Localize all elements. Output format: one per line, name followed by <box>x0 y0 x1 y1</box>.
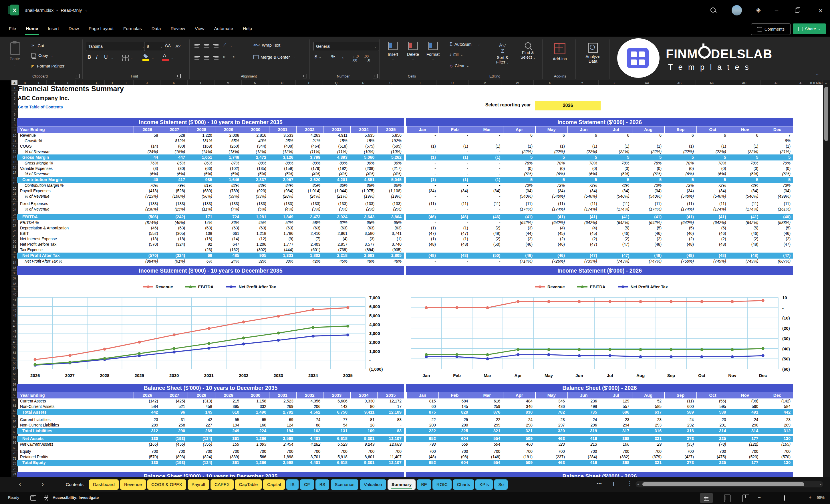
table-header-row: Year Ending20262027202820292030203120322… <box>17 392 404 399</box>
zoom-slider-handle[interactable] <box>784 496 785 501</box>
table-cell: 206 <box>296 404 323 409</box>
sheet-tab-contents[interactable]: Contents <box>62 479 88 490</box>
sheet-tab-bs[interactable]: BS <box>316 479 329 490</box>
zoom-slider[interactable] <box>765 498 806 498</box>
table-cell: - <box>471 183 503 188</box>
sheet-tab-summary[interactable]: Summary <box>387 479 416 490</box>
table-cell: (174%) <box>503 207 535 212</box>
table-cell: (4%) <box>323 171 350 177</box>
table-cell: 700 <box>439 449 471 454</box>
table-cell: 72% <box>632 183 664 188</box>
sheet-tab-charts[interactable]: Charts <box>453 479 474 490</box>
vertical-scrollbar[interactable]: ▲ <box>823 81 830 477</box>
tab-next-icon[interactable]: › <box>42 480 44 488</box>
table-cell: (162) <box>215 247 242 253</box>
tab-options-icon[interactable]: ⋮ <box>627 480 633 487</box>
table-cell: (46) <box>729 231 761 236</box>
table-cell: 73% <box>761 183 793 188</box>
sheet-tab-scenarios[interactable]: Scenarios <box>331 479 358 490</box>
table-cell: (161%) <box>761 207 793 212</box>
page-layout-view-button[interactable] <box>724 495 731 502</box>
sheet-tab-is[interactable]: IS <box>286 479 298 490</box>
table-cell: (34) <box>535 188 568 194</box>
svg-text:-: - <box>369 358 371 363</box>
sheet-tab-capital[interactable]: Capital <box>263 479 285 490</box>
table-cell: 78% <box>568 160 600 166</box>
table-cell: 585 <box>632 404 664 409</box>
table-row: % of Revenue(6%)(6%)(5%)(5%)(5%)(5%)(4%)… <box>17 171 404 177</box>
sheet-tab-payroll[interactable]: Payroll <box>188 479 209 490</box>
table-cell: - <box>503 247 535 253</box>
table-cell: 298 <box>503 422 535 428</box>
table-cell: 24 <box>503 417 535 422</box>
table-cell: 875 <box>406 409 439 415</box>
sheet-tab-cogs-opex[interactable]: COGS & OPEX <box>147 479 186 490</box>
toc-link[interactable]: Go to Table of Contents <box>18 105 132 111</box>
row-label: Current Assets <box>17 399 134 404</box>
table-cell: 2,967 <box>269 177 296 183</box>
accessibility-icon[interactable] <box>43 495 49 501</box>
scroll-up-icon[interactable]: ▲ <box>825 82 827 85</box>
sheet-tab-captable[interactable]: CapTable <box>235 479 262 490</box>
sheet-tab-valuation[interactable]: Valuation <box>360 479 386 490</box>
table-cell: (595) <box>377 144 404 149</box>
sheet-tab-so[interactable]: So <box>494 479 508 490</box>
row-label: Revenue <box>17 133 134 138</box>
table-cell: (63) <box>161 225 188 231</box>
table-cell: 24% <box>215 259 242 264</box>
sheet-tab-be[interactable]: BE <box>417 479 431 490</box>
zoom-in-icon[interactable]: + <box>809 495 811 500</box>
table-cell: 5 <box>632 154 664 160</box>
zoom-level[interactable]: 95% <box>817 496 825 500</box>
year-cell[interactable]: 2026 <box>535 101 601 111</box>
table-cell: (66) <box>188 166 215 171</box>
table-cell: (739) <box>323 247 350 253</box>
table-cell: (518) <box>323 144 350 149</box>
table-cell: (1) <box>696 144 729 149</box>
sheet-tab-roic[interactable]: ROIC <box>433 479 452 490</box>
table-cell: (714%) <box>503 259 535 264</box>
sheet-tab-dashboard[interactable]: Dashboard <box>89 479 119 490</box>
page-break-view-button[interactable] <box>742 495 749 502</box>
table-cell: 83 <box>377 428 404 434</box>
accessibility-status[interactable]: Accessibility: Investigate <box>53 496 99 500</box>
table-cell: (78) <box>696 442 729 447</box>
more-tabs-icon[interactable]: ••• <box>597 481 602 486</box>
table-cell: (191) <box>503 454 535 460</box>
table-cell: 89% <box>296 160 323 166</box>
tab-prev-icon[interactable]: ‹ <box>19 480 21 488</box>
sheet-tab-kpis[interactable]: KPIs <box>475 479 493 490</box>
zoom-out-icon[interactable]: − <box>758 495 761 501</box>
table-cell: 317 <box>600 428 632 434</box>
horizontal-scroll-thumb[interactable] <box>642 482 804 486</box>
table-row: (48)(96)(146)(191)(237)(284)(332)(379)(4… <box>406 454 793 460</box>
table-cell: 700 <box>161 449 188 454</box>
sheet-tab-cf[interactable]: CF <box>300 479 314 490</box>
table-cell: (22%) <box>568 149 600 154</box>
macro-icon[interactable] <box>30 496 36 501</box>
table-cell: 319 <box>568 428 600 434</box>
row-label: Net Assets <box>17 436 134 442</box>
sheet-tab-capex[interactable]: CAPEX <box>211 479 234 490</box>
table-cell: 346 <box>535 399 568 404</box>
table-cell: 290 <box>161 428 188 434</box>
sheet-tab-revenue[interactable]: Revenue <box>120 479 146 490</box>
normal-view-button[interactable] <box>700 493 713 503</box>
table-cell: 5 <box>696 154 729 160</box>
table-row: (11)(11)(11)(11)(11)(11)(11)(11)(11)(11)… <box>406 201 793 207</box>
table-cell: (23) <box>188 247 215 253</box>
table-row: 79365959446032321310629(35)(78)(122)(165… <box>406 442 793 447</box>
status-ready: Ready <box>8 496 19 500</box>
row-label: % of Revenue <box>17 149 134 154</box>
table-cell: 273 <box>664 460 696 466</box>
table-cell: - <box>406 220 439 225</box>
table-cell: 2,410 <box>296 231 323 236</box>
table-header-cell: Nov <box>729 392 761 399</box>
table-cell: 442 <box>134 409 161 415</box>
vertical-scroll-thumb[interactable] <box>824 87 828 141</box>
table-cell: 2,473 <box>296 214 323 220</box>
table-cell: 62% <box>323 220 350 225</box>
table-cell: (687%) <box>761 259 793 264</box>
horizontal-scrollbar[interactable]: ◂ ▸ <box>636 481 823 487</box>
add-sheet-button[interactable]: + <box>611 479 616 488</box>
